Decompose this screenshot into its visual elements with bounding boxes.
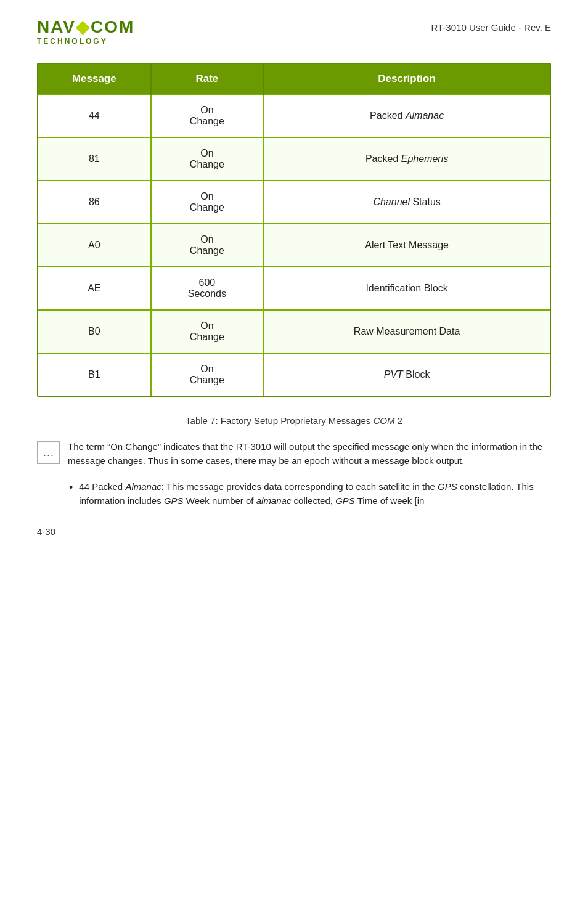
bullet-italic1: Almanac bbox=[125, 481, 161, 492]
data-table: Message Rate Description 44OnChangePacke… bbox=[37, 63, 551, 397]
bullet-italic2: GPS bbox=[438, 481, 457, 492]
bullet-text4: collected, bbox=[291, 495, 335, 506]
cell-description: Channel Status bbox=[263, 181, 550, 224]
bullet-italic4: almanac bbox=[256, 495, 292, 506]
page-number: 4-30 bbox=[37, 526, 55, 537]
cell-message: AE bbox=[38, 267, 151, 310]
cell-rate: 600Seconds bbox=[151, 267, 264, 310]
cell-description: Identification Block bbox=[263, 267, 550, 310]
table-row: B0OnChangeRaw Measurement Data bbox=[38, 310, 550, 353]
cell-description: PVT Block bbox=[263, 353, 550, 396]
col-header-rate: Rate bbox=[151, 64, 264, 94]
cell-message: A0 bbox=[38, 224, 151, 267]
note-dots: ··· bbox=[43, 449, 54, 460]
table-row: A0OnChangeAlert Text Message bbox=[38, 224, 550, 267]
table-header-row: Message Rate Description bbox=[38, 64, 550, 94]
cell-rate: OnChange bbox=[151, 224, 264, 267]
logo-com: COM bbox=[91, 17, 134, 36]
caption-number: 2 bbox=[394, 415, 402, 426]
cell-rate: OnChange bbox=[151, 137, 264, 181]
table-row: B1OnChangePVT Block bbox=[38, 353, 550, 396]
bullet-prefix: 44 Packed bbox=[79, 481, 125, 492]
logo-technology: TECHNOLOGY bbox=[37, 37, 108, 46]
cell-description: Packed Almanac bbox=[263, 94, 550, 137]
bullet-content: 44 Packed Almanac: This message provides… bbox=[79, 479, 551, 508]
bullet-italic5: GPS bbox=[335, 495, 355, 506]
col-header-description: Description bbox=[263, 64, 550, 94]
bullet-dot: • bbox=[69, 481, 73, 495]
cell-rate: OnChange bbox=[151, 94, 264, 137]
note-box: ··· The term “On Change” indicates that … bbox=[37, 439, 551, 468]
cell-message: 81 bbox=[38, 137, 151, 181]
cell-description: Packed Ephemeris bbox=[263, 137, 550, 181]
list-item: • 44 Packed Almanac: This message provid… bbox=[69, 479, 551, 508]
cell-description: Raw Measurement Data bbox=[263, 310, 550, 353]
caption-text: Table 7: Factory Setup Proprietary Messa… bbox=[186, 415, 373, 426]
bullet-text3: Week number of bbox=[184, 495, 256, 506]
bullet-italic3: GPS bbox=[164, 495, 184, 506]
cell-message: B1 bbox=[38, 353, 151, 396]
cell-message: B0 bbox=[38, 310, 151, 353]
col-header-message: Message bbox=[38, 64, 151, 94]
page-footer: 4-30 bbox=[37, 526, 551, 537]
table-row: 81OnChangePacked Ephemeris bbox=[38, 137, 550, 181]
note-text: The term “On Change” indicates that the … bbox=[68, 439, 551, 468]
table-row: 44OnChangePacked Almanac bbox=[38, 94, 550, 137]
caption-italic: COM bbox=[373, 415, 394, 426]
table-caption: Table 7: Factory Setup Proprietary Messa… bbox=[37, 415, 551, 426]
logo-nav: NAV bbox=[37, 17, 76, 36]
logo-dot: ◆ bbox=[76, 17, 91, 36]
logo-navcom: NAV◆COM bbox=[37, 18, 134, 36]
cell-message: 44 bbox=[38, 94, 151, 137]
table-row: 86OnChangeChannel Status bbox=[38, 181, 550, 224]
cell-message: 86 bbox=[38, 181, 151, 224]
cell-description: Alert Text Message bbox=[263, 224, 550, 267]
document-title: RT-3010 User Guide - Rev. E bbox=[431, 22, 551, 33]
cell-rate: OnChange bbox=[151, 310, 264, 353]
page-header: NAV◆COM TECHNOLOGY RT-3010 User Guide - … bbox=[37, 18, 551, 46]
table-row: AE600SecondsIdentification Block bbox=[38, 267, 550, 310]
note-icon: ··· bbox=[37, 441, 60, 464]
logo: NAV◆COM TECHNOLOGY bbox=[37, 18, 134, 46]
cell-rate: OnChange bbox=[151, 181, 264, 224]
cell-rate: OnChange bbox=[151, 353, 264, 396]
bullet-text1: : This message provides data correspondi… bbox=[161, 481, 438, 492]
bullet-text5: Time of week [in bbox=[355, 495, 425, 506]
bullet-list: • 44 Packed Almanac: This message provid… bbox=[69, 479, 551, 508]
